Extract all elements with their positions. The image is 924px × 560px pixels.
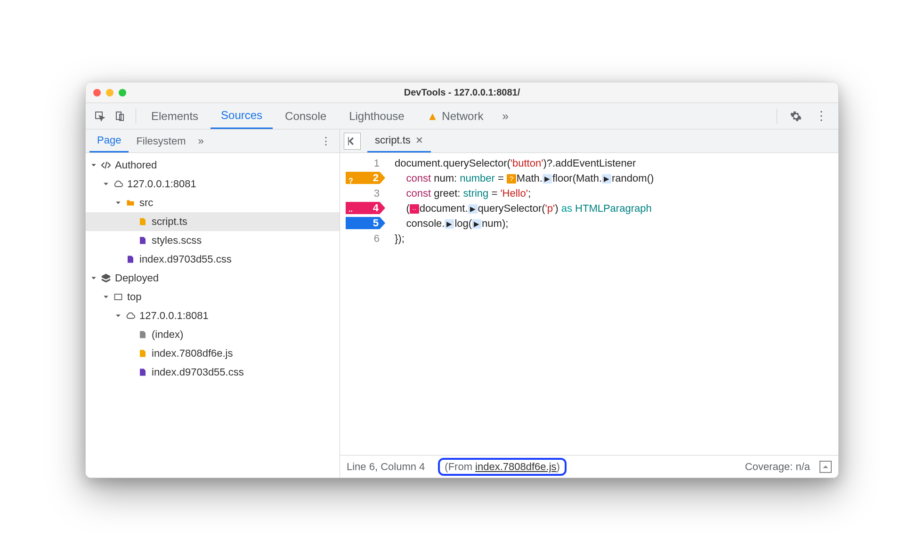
code-line[interactable]: const greet: string = 'Hello'; (395, 186, 838, 201)
close-tab-icon[interactable]: ✕ (415, 135, 423, 146)
breakpoint-marker[interactable]: 2? (346, 172, 385, 184)
devtools-window: DevTools - 127.0.0.1:8081/ Elements Sour… (85, 82, 839, 478)
chevron-down-icon (103, 294, 109, 300)
gutter-line[interactable]: 5 (340, 216, 385, 231)
tree-label: Deployed (115, 272, 159, 284)
cloud-icon (125, 311, 136, 321)
kebab-menu-icon[interactable]: ⋮ (813, 108, 830, 125)
breakpoint-marker[interactable]: 4·· (346, 202, 385, 214)
tree-file-index-css[interactable]: index.d9703d55.css (86, 250, 340, 269)
file-tree: Authored 127.0.0.1:8081 src script.ts (86, 153, 340, 478)
line-gutter: 12?34··56 (340, 153, 385, 455)
navigate-back-button[interactable] (344, 133, 361, 150)
inline-annotation: ▶ (445, 219, 454, 229)
inline-annotation: ▶ (543, 174, 552, 184)
tree-label: index.7808df6e.js (152, 347, 233, 360)
tree-folder-src[interactable]: src (86, 193, 340, 212)
gutter-line[interactable]: 3 (340, 186, 385, 201)
document-icon (138, 329, 148, 340)
editor-tabbar: script.ts ✕ (340, 129, 838, 153)
gutter-line[interactable]: 2? (340, 171, 385, 186)
tree-label: top (127, 291, 142, 303)
css-file-icon (138, 367, 148, 377)
tree-group-authored[interactable]: Authored (86, 156, 340, 175)
sourcemap-from-link[interactable]: (From index.7808df6e.js) (438, 458, 567, 476)
device-toggle-icon[interactable] (111, 108, 128, 125)
frame-icon (113, 292, 123, 302)
tree-label: 127.0.0.1:8081 (127, 178, 196, 190)
tree-top[interactable]: top (86, 288, 340, 306)
titlebar: DevTools - 127.0.0.1:8081/ (86, 82, 838, 103)
code-line[interactable]: }); (395, 231, 838, 246)
editor-statusbar: Line 6, Column 4 (From index.7808df6e.js… (340, 455, 838, 478)
tree-label: Authored (115, 159, 157, 171)
navigator-tabs: Page Filesystem » ⋮ (86, 129, 340, 153)
gutter-line[interactable]: 6 (340, 231, 385, 246)
content: Page Filesystem » ⋮ Authored 127.0.0.1:8… (86, 129, 838, 478)
tab-sources[interactable]: Sources (211, 103, 273, 129)
tree-host-deployed[interactable]: 127.0.0.1:8081 (86, 306, 340, 325)
navigator-more-button[interactable]: » (194, 135, 209, 147)
tree-label: (index) (152, 328, 183, 341)
chevron-down-icon (90, 275, 97, 281)
tree-group-deployed[interactable]: Deployed (86, 269, 340, 288)
tree-label: styles.scss (152, 234, 202, 247)
settings-icon[interactable] (787, 108, 804, 125)
maximize-window-button[interactable] (119, 89, 126, 96)
tab-lighthouse[interactable]: Lighthouse (339, 103, 414, 129)
close-window-button[interactable] (93, 89, 101, 96)
tab-console[interactable]: Console (275, 103, 337, 129)
code-line[interactable]: console.▶log(▶num); (395, 216, 838, 231)
code-line[interactable]: (··document.▶querySelector('p') as HTMLP… (395, 201, 838, 216)
chevron-down-icon (115, 312, 122, 319)
tab-elements[interactable]: Elements (141, 103, 209, 129)
tree-label: script.ts (152, 216, 187, 228)
cloud-icon (113, 179, 123, 189)
tree-label: index.d9703d55.css (139, 253, 232, 265)
breakpoint-marker[interactable]: 5 (346, 217, 385, 229)
minimize-window-button[interactable] (106, 89, 113, 96)
separator (136, 109, 136, 124)
tree-file-script-ts[interactable]: script.ts (86, 212, 340, 231)
more-tabs-button[interactable]: » (497, 110, 513, 123)
panel-tabs: Elements Sources Console Lighthouse ▲ Ne… (141, 103, 494, 129)
navigator-kebab-icon[interactable]: ⋮ (316, 135, 336, 147)
inline-annotation: ▶ (472, 219, 481, 229)
tree-host[interactable]: 127.0.0.1:8081 (86, 175, 340, 193)
navigator-sidebar: Page Filesystem » ⋮ Authored 127.0.0.1:8… (86, 129, 340, 478)
tree-file-styles-scss[interactable]: styles.scss (86, 231, 340, 250)
css-file-icon (138, 235, 148, 246)
chevron-down-icon (115, 200, 122, 206)
show-drawer-icon[interactable] (819, 461, 832, 473)
tree-file-index[interactable]: (index) (86, 325, 340, 344)
navigator-tab-page[interactable]: Page (89, 129, 129, 152)
svg-rect-3 (115, 294, 122, 300)
folder-icon (125, 198, 136, 208)
code-line[interactable]: const num: number = ?Math.▶floor(Math.▶r… (395, 171, 838, 186)
coverage-status: Coverage: n/a (745, 461, 810, 473)
inspect-element-icon[interactable] (91, 108, 108, 125)
tree-file-index-js[interactable]: index.7808df6e.js (86, 344, 340, 363)
separator (777, 109, 777, 124)
code-line[interactable]: document.querySelector('button')?.addEve… (395, 156, 838, 171)
editor-tab-script-ts[interactable]: script.ts ✕ (367, 129, 431, 152)
chevron-down-icon (90, 162, 97, 168)
navigator-tab-filesystem[interactable]: Filesystem (129, 129, 193, 152)
js-file-icon (138, 216, 148, 227)
editor-tab-label: script.ts (375, 134, 411, 146)
tree-label: 127.0.0.1:8081 (139, 310, 209, 322)
gutter-line[interactable]: 1 (340, 156, 385, 171)
code-icon (101, 160, 111, 170)
inline-annotation: ·· (410, 204, 419, 214)
main-toolbar: Elements Sources Console Lighthouse ▲ Ne… (86, 103, 838, 129)
gutter-line[interactable]: 4·· (340, 201, 385, 216)
svg-rect-1 (116, 112, 121, 120)
tab-network[interactable]: ▲ Network (417, 103, 494, 129)
tree-label: index.d9703d55.css (152, 366, 244, 378)
code-editor[interactable]: 12?34··56 document.querySelector('button… (340, 153, 838, 455)
tree-file-index-css-deployed[interactable]: index.d9703d55.css (86, 363, 340, 382)
window-title: DevTools - 127.0.0.1:8081/ (86, 87, 838, 98)
traffic-lights (93, 89, 126, 96)
inline-annotation: ▶ (602, 174, 611, 184)
code-content[interactable]: document.querySelector('button')?.addEve… (385, 153, 838, 455)
